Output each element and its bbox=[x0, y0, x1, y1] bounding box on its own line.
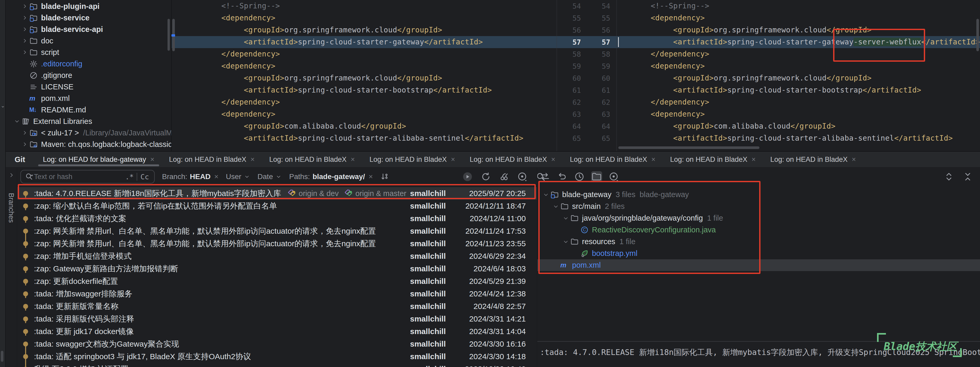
code-line[interactable]: <dependency> bbox=[172, 108, 557, 120]
code-line[interactable]: <groupId>com.alibaba.cloud</groupId> bbox=[617, 120, 980, 132]
code-line[interactable]: <artifactId>spring-cloud-starter-gateway… bbox=[617, 36, 980, 48]
commit-list[interactable]: :tada: 4.7.0.RELEASE 新增i18n国际化工具，新增mybat… bbox=[17, 185, 537, 367]
code-line[interactable]: </dependency> bbox=[172, 48, 557, 60]
git-log-tab[interactable]: Log: on HEAD in BladeX× bbox=[462, 152, 562, 167]
hide-icon[interactable] bbox=[962, 171, 973, 182]
git-log-tab[interactable]: Log: on HEAD in BladeX× bbox=[663, 152, 763, 167]
diff-left-editor[interactable]: <!--Spring--><dependency><groupId>org.sp… bbox=[171, 0, 557, 151]
sort-icon[interactable] bbox=[380, 172, 390, 182]
chevron-down-icon[interactable] bbox=[562, 238, 570, 245]
commit-row[interactable]: :tada: swagger文档改为Gateway聚合实现smallchill2… bbox=[17, 338, 537, 350]
log-search-box[interactable]: .* Cc bbox=[21, 170, 155, 184]
close-icon[interactable]: × bbox=[451, 156, 455, 164]
project-tree-item[interactable]: M↓README.md bbox=[6, 104, 171, 115]
history-icon[interactable] bbox=[574, 171, 585, 182]
branch-filter[interactable]: Branch: HEAD × bbox=[162, 172, 218, 181]
code-line[interactable]: <groupId>org.springframework.cloud</grou… bbox=[172, 72, 557, 84]
changed-file-row[interactable]: resources1 file bbox=[537, 236, 980, 247]
project-tree-item[interactable]: < zulu-17 >/Library/Java/JavaVirtualMach… bbox=[6, 127, 171, 139]
close-icon[interactable]: × bbox=[852, 156, 856, 164]
rollback-icon[interactable] bbox=[557, 171, 568, 182]
date-filter[interactable]: Date bbox=[258, 172, 282, 181]
locate-icon[interactable] bbox=[608, 171, 619, 182]
code-line[interactable]: <dependency> bbox=[172, 60, 557, 72]
branch-ref-label[interactable]: origin & master bbox=[355, 189, 406, 198]
git-log-tab[interactable]: Log: on HEAD in BladeX× bbox=[563, 152, 663, 167]
navigate-icon[interactable] bbox=[517, 171, 528, 182]
chevron-icon[interactable] bbox=[21, 129, 29, 136]
code-line[interactable]: <groupId>org.springframework.cloud</grou… bbox=[617, 24, 980, 36]
code-line[interactable]: <artifactId>spring-cloud-starter-gateway… bbox=[172, 36, 557, 48]
project-tree-item[interactable]: mpom.xml bbox=[6, 93, 171, 104]
commit-row[interactable]: :tada: 优化拦截请求的文案smallchill2024/12/4 11:0… bbox=[17, 212, 537, 225]
close-icon[interactable]: × bbox=[150, 156, 154, 164]
match-case-toggle[interactable]: Cc bbox=[139, 173, 151, 181]
project-tree-item[interactable]: External Libraries bbox=[6, 115, 171, 127]
chevron-icon[interactable] bbox=[21, 3, 29, 10]
code-line[interactable]: <dependency> bbox=[617, 12, 980, 24]
code-line[interactable]: <groupId>com.alibaba.cloud</groupId> bbox=[172, 120, 557, 132]
git-log-tab[interactable]: Log: on HEAD in BladeX× bbox=[763, 152, 863, 167]
project-tree-panel[interactable]: blade-plugin-apiblade-serviceblade-servi… bbox=[6, 0, 171, 151]
chevron-icon[interactable] bbox=[13, 118, 21, 125]
close-icon[interactable]: × bbox=[250, 156, 255, 164]
commit-row[interactable]: :zap: 网关新增 禁用url、白名单、黑名单功能，默认禁用外部ip访问act… bbox=[17, 237, 537, 250]
code-line[interactable]: </dependency> bbox=[617, 48, 980, 60]
commit-row[interactable]: :tada: 采用新版代码头部注释smallchill2024/3/31 14:… bbox=[17, 313, 537, 325]
project-tree-item[interactable]: Maven: ch.qos.logback:logback-classic:1.… bbox=[6, 139, 171, 150]
regex-toggle[interactable]: .* bbox=[124, 173, 135, 181]
diff-right-editor[interactable]: <!--Spring--><dependency><groupId>org.sp… bbox=[617, 0, 980, 151]
project-tree-item[interactable]: blade-plugin-api bbox=[6, 0, 171, 12]
search-input[interactable] bbox=[34, 173, 124, 181]
project-tree-item[interactable]: doc bbox=[6, 35, 171, 46]
project-tree-item[interactable]: script bbox=[6, 46, 171, 58]
git-log-tab[interactable]: Log: on HEAD for blade-gateway× bbox=[35, 152, 162, 167]
code-line[interactable]: <!--Spring--> bbox=[617, 0, 980, 12]
strip-scrollbar[interactable] bbox=[1, 351, 3, 362]
project-tree-item[interactable]: .gitignore bbox=[6, 70, 171, 81]
branches-collapsed-panel[interactable]: Branches bbox=[6, 168, 17, 367]
changed-file-row[interactable]: bootstrap.yml bbox=[537, 247, 980, 259]
branch-ref-label[interactable]: origin & dev bbox=[299, 189, 339, 198]
close-icon[interactable]: × bbox=[351, 156, 355, 164]
code-line[interactable]: </dependency> bbox=[172, 96, 557, 108]
commit-row[interactable]: :zap: 缩小默认白名单ip范围，若可信ip在默认范围外请另外配置白名单sma… bbox=[17, 200, 537, 212]
code-line[interactable]: <artifactId>spring-cloud-starter-alibaba… bbox=[172, 132, 557, 144]
chevron-down-icon[interactable] bbox=[562, 215, 570, 222]
changed-file-row[interactable]: CReactiveDiscoveryConfiguration.java bbox=[537, 224, 980, 236]
refresh-icon[interactable] bbox=[480, 171, 491, 182]
commit-row[interactable]: :zap: 网关新增 禁用url、白名单、黑名单功能，默认禁用外部ip访问act… bbox=[17, 225, 537, 237]
changed-file-row[interactable]: blade-gateway3 filesblade-gateway bbox=[537, 189, 980, 201]
close-icon[interactable]: × bbox=[651, 156, 655, 164]
chevron-down-icon[interactable]: ⌄ bbox=[0, 102, 6, 108]
project-tree-item[interactable]: .editorconfig bbox=[6, 58, 171, 70]
commit-row[interactable]: :tada: 适配 springboot3 与 jdk17, BladeX 原生… bbox=[17, 350, 537, 363]
project-tree-item[interactable]: blade-service bbox=[6, 12, 171, 24]
commit-row[interactable]: :tada: 4.7.0.RELEASE 新增i18n国际化工具，新增mybat… bbox=[17, 187, 537, 200]
code-line[interactable]: <dependency> bbox=[617, 108, 980, 120]
commit-row[interactable]: :zap: 更新dockerfile配置smallchill2024/5/29 … bbox=[17, 275, 537, 287]
chevron-icon[interactable] bbox=[21, 141, 29, 148]
chevron-down-icon[interactable] bbox=[541, 191, 550, 198]
git-log-tab[interactable]: Log: on HEAD in BladeX× bbox=[162, 152, 262, 167]
user-filter[interactable]: User bbox=[226, 172, 250, 181]
project-tree-item[interactable]: LICENSE bbox=[6, 81, 171, 93]
diff-right-scrollbar[interactable] bbox=[976, 19, 979, 51]
code-line[interactable]: <groupId>org.springframework.cloud</grou… bbox=[172, 24, 557, 36]
changed-file-row[interactable]: mpom.xml bbox=[537, 259, 980, 271]
commit-row[interactable]: :zap: Gateway更新路由方法增加报错判断smallchill2024/… bbox=[17, 262, 537, 275]
clear-paths-filter-icon[interactable]: × bbox=[369, 172, 373, 181]
diff-horizontal-scrollbar[interactable] bbox=[618, 147, 759, 149]
git-log-tab[interactable]: Log: on HEAD in BladeX× bbox=[362, 152, 462, 167]
cherry-pick-icon[interactable] bbox=[499, 171, 510, 182]
changed-file-row[interactable]: src/main2 files bbox=[537, 201, 980, 212]
code-line[interactable]: <dependency> bbox=[617, 60, 980, 72]
git-log-tab[interactable]: Log: on HEAD in BladeX× bbox=[262, 152, 362, 167]
run-icon[interactable] bbox=[462, 171, 473, 182]
commit-row[interactable]: :tada: 增加swagger排除服务smallchill2024/4/24 … bbox=[17, 287, 537, 300]
expand-icon[interactable] bbox=[943, 171, 955, 182]
project-tree-item[interactable]: blade-service-api bbox=[6, 24, 171, 35]
chevron-icon[interactable] bbox=[21, 37, 29, 44]
chevron-icon[interactable] bbox=[21, 49, 29, 56]
close-icon[interactable]: × bbox=[551, 156, 555, 164]
